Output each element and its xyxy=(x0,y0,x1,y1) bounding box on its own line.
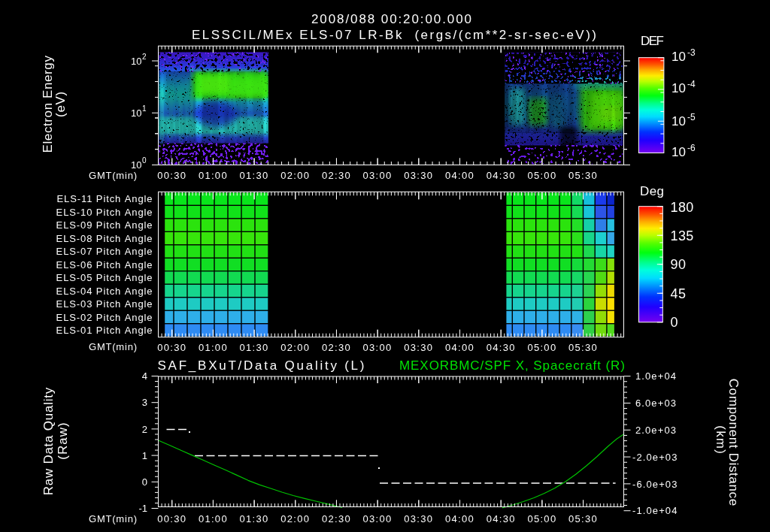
svg-text:2008/088 00:20:00.000: 2008/088 00:20:00.000 xyxy=(311,12,471,26)
svg-text:05:00: 05:00 xyxy=(527,170,556,181)
svg-text:ELS-11 Pitch Angle: ELS-11 Pitch Angle xyxy=(57,193,153,204)
svg-text:03:00: 03:00 xyxy=(363,513,393,524)
svg-text:2: 2 xyxy=(142,424,147,435)
svg-text:03:30: 03:30 xyxy=(404,170,433,181)
svg-text:04:30: 04:30 xyxy=(487,170,516,181)
svg-text:6.0e+03: 6.0e+03 xyxy=(635,397,677,409)
svg-text:02:00: 02:00 xyxy=(280,513,310,524)
svg-text:(Raw): (Raw) xyxy=(56,422,70,459)
svg-text:-1.0e+04: -1.0e+04 xyxy=(632,505,678,516)
svg-text:2: 2 xyxy=(142,53,147,61)
svg-text:03:30: 03:30 xyxy=(404,513,433,524)
svg-text:ELS-02 Pitch Angle: ELS-02 Pitch Angle xyxy=(56,312,153,323)
svg-text:0: 0 xyxy=(142,476,147,488)
svg-text:(eV): (eV) xyxy=(53,91,68,117)
svg-text:01:00: 01:00 xyxy=(199,513,228,524)
svg-text:ELS-07 Pitch Angle: ELS-07 Pitch Angle xyxy=(56,246,153,257)
svg-text:3: 3 xyxy=(142,397,147,408)
svg-text:1: 1 xyxy=(142,104,147,113)
svg-text:04:30: 04:30 xyxy=(487,342,516,353)
svg-text:90: 90 xyxy=(671,257,687,272)
svg-text:ELS-03 Pitch Angle: ELS-03 Pitch Angle xyxy=(56,298,153,310)
svg-text:Deg: Deg xyxy=(640,184,664,198)
svg-text:1.0e+04: 1.0e+04 xyxy=(635,370,677,382)
svg-text:ELS-01 Pitch Angle: ELS-01 Pitch Angle xyxy=(56,325,153,336)
svg-text:-1: -1 xyxy=(138,503,147,514)
svg-text:04:00: 04:00 xyxy=(445,342,474,353)
svg-text:10: 10 xyxy=(671,145,686,159)
svg-text:SAF_BXuT/Data Quality (L): SAF_BXuT/Data Quality (L) xyxy=(158,358,365,373)
svg-text:0: 0 xyxy=(142,156,147,165)
svg-text:01:30: 01:30 xyxy=(240,170,269,181)
svg-text:2.0e+03: 2.0e+03 xyxy=(635,425,677,436)
svg-text:05:30: 05:30 xyxy=(568,342,598,353)
svg-text:ELS-05 Pitch Angle: ELS-05 Pitch Angle xyxy=(56,272,153,283)
svg-text:05:00: 05:00 xyxy=(527,342,556,353)
svg-text:ELS-06 Pitch Angle: ELS-06 Pitch Angle xyxy=(56,259,153,271)
svg-text:4: 4 xyxy=(142,370,147,382)
svg-text:(km): (km) xyxy=(714,425,728,455)
svg-text:03:30: 03:30 xyxy=(404,342,433,353)
svg-text:ELS-04 Pitch Angle: ELS-04 Pitch Angle xyxy=(56,286,153,297)
svg-text:04:00: 04:00 xyxy=(445,170,474,181)
svg-text:10: 10 xyxy=(131,107,141,119)
svg-text:02:30: 02:30 xyxy=(322,513,351,524)
svg-text:10: 10 xyxy=(671,81,686,95)
svg-text:03:00: 03:00 xyxy=(363,342,393,353)
svg-text:-3: -3 xyxy=(687,47,696,58)
svg-text:05:30: 05:30 xyxy=(568,513,598,524)
svg-text:00:30: 00:30 xyxy=(157,513,186,524)
svg-text:05:00: 05:00 xyxy=(527,513,556,524)
svg-text:Raw Data Quality: Raw Data Quality xyxy=(42,387,56,495)
svg-text:180: 180 xyxy=(671,200,694,215)
svg-text:10: 10 xyxy=(671,50,686,64)
svg-text:GMT(min): GMT(min) xyxy=(89,341,137,352)
svg-text:04:00: 04:00 xyxy=(445,513,474,524)
svg-text:ELS-10 Pitch Angle: ELS-10 Pitch Angle xyxy=(56,207,153,218)
svg-text:02:00: 02:00 xyxy=(280,342,310,353)
svg-text:1: 1 xyxy=(142,450,147,461)
svg-text:01:30: 01:30 xyxy=(240,342,269,353)
svg-text:-4: -4 xyxy=(687,79,696,89)
svg-text:02:00: 02:00 xyxy=(280,170,310,181)
svg-text:0: 0 xyxy=(671,315,678,330)
svg-text:01:00: 01:00 xyxy=(199,342,228,353)
svg-text:45: 45 xyxy=(671,286,687,301)
svg-text:GMT(min): GMT(min) xyxy=(89,170,137,181)
svg-text:MEXORBMC/SPF X, Spacecraft (R): MEXORBMC/SPF X, Spacecraft (R) xyxy=(399,358,625,373)
svg-text:-6.0e+03: -6.0e+03 xyxy=(632,479,678,490)
svg-text:-6: -6 xyxy=(687,143,696,153)
svg-text:-5: -5 xyxy=(687,112,696,122)
svg-text:04:30: 04:30 xyxy=(487,513,516,524)
svg-text:00:30: 00:30 xyxy=(157,170,186,181)
svg-text:-2.0e+03: -2.0e+03 xyxy=(632,452,678,463)
svg-text:01:30: 01:30 xyxy=(240,513,269,524)
svg-text:DEF: DEF xyxy=(641,34,664,48)
svg-text:00:30: 00:30 xyxy=(157,342,186,353)
svg-text:03:00: 03:00 xyxy=(363,170,393,181)
svg-text:10: 10 xyxy=(671,114,686,128)
svg-text:GMT(min): GMT(min) xyxy=(89,513,137,524)
svg-text:01:00: 01:00 xyxy=(199,170,228,181)
svg-text:02:30: 02:30 xyxy=(322,342,351,353)
svg-text:ELS-08 Pitch Angle: ELS-08 Pitch Angle xyxy=(56,233,153,244)
svg-text:02:30: 02:30 xyxy=(322,170,351,181)
svg-text:05:30: 05:30 xyxy=(568,170,598,181)
svg-text:135: 135 xyxy=(671,228,694,243)
svg-text:ELS-09 Pitch Angle: ELS-09 Pitch Angle xyxy=(56,219,153,231)
svg-text:10: 10 xyxy=(131,56,141,67)
